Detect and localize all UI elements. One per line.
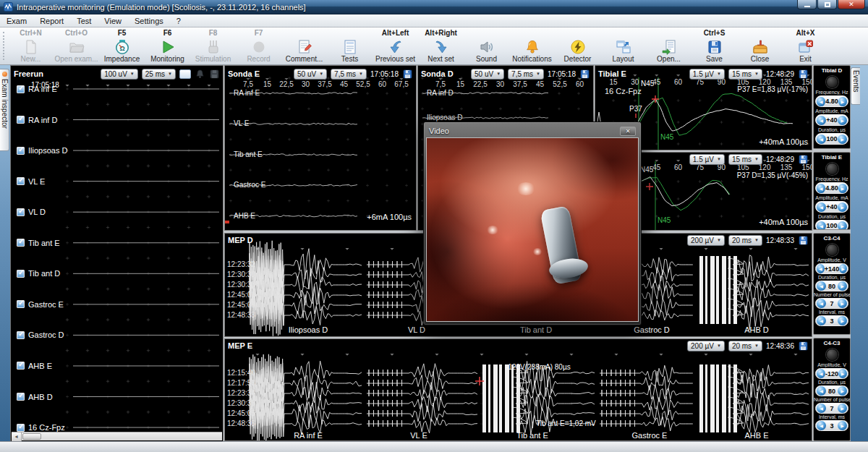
toolbar-button-layout[interactable]: Layout <box>600 27 646 64</box>
video-window-titlebar[interactable]: Video ✕ <box>426 124 639 137</box>
panel-sonda-e[interactable]: Sonda E 50 uV▼ 7,5 ms▼ 17:05:18 7,51522,… <box>224 65 417 231</box>
toolbar-button-tests[interactable]: Tests <box>327 27 373 64</box>
toolbar-button-save[interactable]: Ctrl+SSave <box>692 27 737 64</box>
sound-alert-icon[interactable] <box>195 69 205 80</box>
channel-checkbox[interactable] <box>17 177 25 185</box>
toolbar-button-open-exam[interactable]: Ctrl+OOpen exam... <box>54 27 99 64</box>
toolbar-button-record[interactable]: F7Record <box>236 27 281 64</box>
channel-checkbox[interactable] <box>17 208 25 216</box>
amplitude-scale-select[interactable]: 1.5 µV▼ <box>689 69 725 80</box>
stepper-decrease-button[interactable]: ◀ <box>817 202 826 212</box>
time-scale-select[interactable]: 15 ms▼ <box>728 69 762 80</box>
video-close-button[interactable]: ✕ <box>620 127 636 136</box>
menu-item-[interactable]: ? <box>170 15 187 27</box>
time-scale-select[interactable]: 7,5 ms▼ <box>508 69 544 80</box>
stepper-increase-button[interactable]: ▶ <box>838 281 847 291</box>
stepper-decrease-button[interactable]: ◀ <box>817 316 826 325</box>
close-window-button[interactable]: ✕ <box>838 0 865 9</box>
stepper-increase-button[interactable]: ▶ <box>838 116 847 125</box>
channel-checkbox[interactable] <box>17 300 25 308</box>
amplitude-scale-select[interactable]: 50 uV▼ <box>294 69 327 80</box>
channel-checkbox[interactable] <box>17 331 25 339</box>
stepper-decrease-button[interactable]: ◀ <box>817 184 825 193</box>
stepper-decrease-button[interactable]: ◀ <box>817 97 825 106</box>
stepper-decrease-button[interactable]: ◀ <box>817 264 825 273</box>
channel-checkbox[interactable] <box>17 116 25 124</box>
tab-exam-inspector[interactable]: Exam inspector <box>0 69 9 151</box>
panel-mep-e[interactable]: MEP E 200 µV▼ 20 ms▼ 12:48:36 12:15:4012… <box>224 338 812 441</box>
channel-checkbox[interactable] <box>17 393 25 401</box>
time-scale-select[interactable]: 25 ms▼ <box>142 69 176 80</box>
scroll-left-button[interactable]: ◂ <box>12 432 22 441</box>
save-trace-icon[interactable] <box>798 235 809 246</box>
menu-item-settings[interactable]: Settings <box>128 15 170 27</box>
amplitude-scale-select[interactable]: 100 uV▼ <box>101 69 138 80</box>
tab-events[interactable]: Events <box>851 67 860 105</box>
toolbar-button-close[interactable]: Close <box>737 27 783 64</box>
amplitude-scale-select[interactable]: 200 µV▼ <box>687 235 725 246</box>
channel-checkbox[interactable] <box>17 239 25 247</box>
toolbar-button-exit[interactable]: Alt+XExit <box>783 27 828 64</box>
stepper-decrease-button[interactable]: ◀ <box>817 404 826 413</box>
toolbar-button-previous-set[interactable]: Alt+LeftPrevious set <box>373 27 418 64</box>
channel-checkbox[interactable] <box>17 147 25 155</box>
menu-item-view[interactable]: View <box>98 15 128 27</box>
stepper-decrease-button[interactable]: ◀ <box>817 116 826 125</box>
stepper-increase-button[interactable]: ▶ <box>838 97 847 106</box>
toolbar-button-monitoring[interactable]: F6Monitoring <box>145 27 190 64</box>
menu-item-report[interactable]: Report <box>33 15 70 27</box>
menu-item-test[interactable]: Test <box>70 15 98 27</box>
toolbar-button-new[interactable]: Ctrl+NNew... <box>8 27 54 64</box>
channel-checkbox[interactable] <box>17 362 25 370</box>
save-trace-icon[interactable] <box>798 154 809 165</box>
toolbar-button-open[interactable]: Open... <box>646 27 692 64</box>
stepper-increase-button[interactable]: ▶ <box>838 135 847 144</box>
toolbar-button-stimulation[interactable]: F8Stimulation <box>190 27 236 64</box>
channel-checkbox[interactable] <box>17 270 25 278</box>
time-scale-select[interactable]: 7,5 ms▼ <box>331 69 367 80</box>
toolbar-button-sound[interactable]: Sound <box>464 27 509 64</box>
toolbar-button-notifications[interactable]: Notifications <box>509 27 555 64</box>
time-scale-select[interactable]: 20 ms▼ <box>728 341 762 351</box>
video-window[interactable]: Video ✕ <box>423 121 642 325</box>
stepper-decrease-button[interactable]: ◀ <box>817 421 826 430</box>
amplitude-scale-select[interactable]: 1.5 µV▼ <box>689 154 725 165</box>
stepper-decrease-button[interactable]: ◀ <box>817 369 825 378</box>
toolbar-button-comment[interactable]: Comment... <box>281 27 327 64</box>
maximize-button[interactable] <box>817 0 837 9</box>
toolbar-button-impedance[interactable]: F5ΩImpedance <box>99 27 145 64</box>
window-titlebar[interactable]: Intraoperative monitoring (Emulation mod… <box>0 0 868 14</box>
stepper-decrease-button[interactable]: ◀ <box>817 386 826 396</box>
stepper-increase-button[interactable]: ▶ <box>838 184 847 193</box>
toolbar-button-detector[interactable]: Detector <box>555 27 600 64</box>
stepper-decrease-button[interactable]: ◀ <box>817 299 826 308</box>
stepper-decrease-button[interactable]: ◀ <box>817 221 826 231</box>
time-scale-select[interactable]: 20 ms▼ <box>728 235 762 246</box>
channel-checkbox[interactable] <box>17 424 25 432</box>
stepper-increase-button[interactable]: ▶ <box>838 404 847 413</box>
minimize-button[interactable] <box>797 0 817 9</box>
save-trace-icon[interactable] <box>798 341 809 351</box>
stepper-decrease-button[interactable]: ◀ <box>817 135 826 144</box>
stepper-increase-button[interactable]: ▶ <box>838 316 847 325</box>
save-trace-icon[interactable] <box>209 69 220 80</box>
save-trace-icon[interactable] <box>402 69 413 80</box>
time-scale-select[interactable]: 15 ms▼ <box>728 154 762 165</box>
stepper-increase-button[interactable]: ▶ <box>838 221 847 231</box>
stepper-increase-button[interactable]: ▶ <box>839 264 847 273</box>
save-trace-icon[interactable] <box>579 69 590 80</box>
stepper-increase-button[interactable]: ▶ <box>838 369 847 378</box>
scrollbar-thumb[interactable] <box>22 433 41 440</box>
display-mode-button[interactable] <box>179 69 191 79</box>
toolbar-button-next-set[interactable]: Alt+RightNext set <box>418 27 464 64</box>
menu-item-exam[interactable]: Exam <box>0 15 33 27</box>
panel-freerun[interactable]: Freerun 100 uV▼ 25 ms▼ 17:05:18 RA inf E… <box>10 65 224 442</box>
amplitude-scale-select[interactable]: 200 µV▼ <box>687 341 725 351</box>
horizontal-scrollbar[interactable]: ◂ <box>12 432 222 440</box>
stepper-increase-button[interactable]: ▶ <box>838 202 847 212</box>
stepper-increase-button[interactable]: ▶ <box>838 421 847 430</box>
stepper-increase-button[interactable]: ▶ <box>838 299 847 308</box>
channel-checkbox[interactable] <box>17 85 25 93</box>
amplitude-scale-select[interactable]: 50 uV▼ <box>471 69 504 80</box>
save-trace-icon[interactable] <box>798 69 809 80</box>
